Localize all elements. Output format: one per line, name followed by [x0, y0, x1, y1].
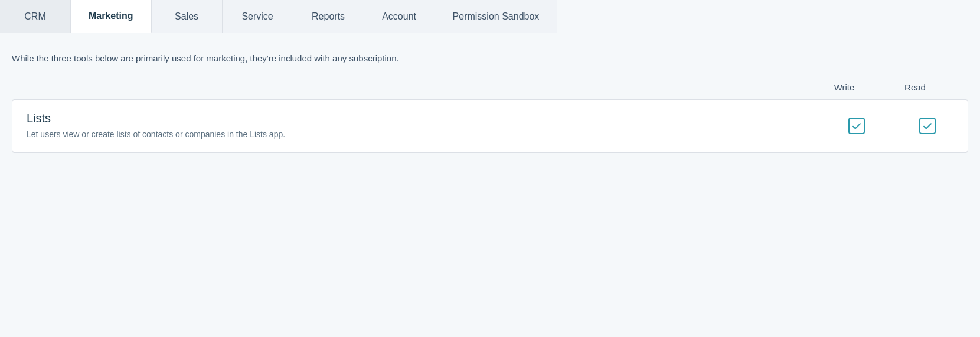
description-text: While the three tools below are primaril…: [12, 52, 968, 66]
tab-bar: CRMMarketingSalesServiceReportsAccountPe…: [0, 0, 980, 33]
tab-crm[interactable]: CRM: [0, 0, 71, 33]
permissions-list: ListsLet users view or create lists of c…: [12, 99, 968, 153]
write-checkbox-lists[interactable]: [848, 118, 865, 134]
read-checkbox-lists[interactable]: [919, 118, 936, 134]
permission-title-lists: Lists: [27, 112, 839, 125]
tab-reports[interactable]: Reports: [293, 0, 364, 33]
permission-info-lists: ListsLet users view or create lists of c…: [27, 112, 839, 141]
tab-marketing[interactable]: Marketing: [71, 0, 152, 33]
permission-card-lists: ListsLet users view or create lists of c…: [12, 99, 968, 153]
tab-account[interactable]: Account: [364, 0, 435, 33]
bottom-divider: [12, 153, 968, 153]
write-checkbox-container-lists: [839, 118, 874, 134]
write-column-header: Write: [827, 82, 862, 92]
read-column-header: Read: [897, 82, 933, 92]
tab-service[interactable]: Service: [223, 0, 293, 33]
permission-desc-lists: Let users view or create lists of contac…: [27, 129, 839, 141]
permission-checkboxes-lists: [839, 118, 953, 134]
write-read-header: Write Read: [12, 82, 968, 92]
read-checkbox-container-lists: [910, 118, 945, 134]
tab-sales[interactable]: Sales: [152, 0, 223, 33]
tab-permission-sandbox[interactable]: Permission Sandbox: [435, 0, 558, 33]
main-content: While the three tools below are primaril…: [0, 33, 980, 305]
